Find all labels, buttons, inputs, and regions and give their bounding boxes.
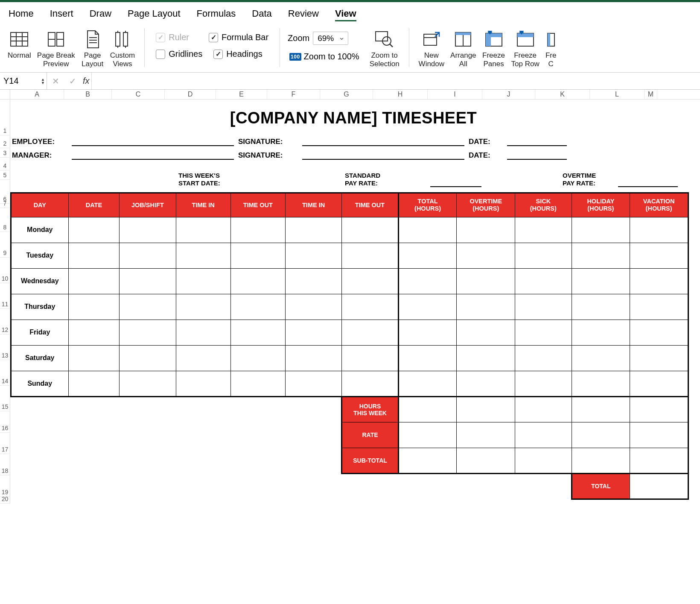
cell[interactable]: [572, 217, 630, 243]
cell[interactable]: Tuesday: [11, 243, 69, 268]
tab-draw[interactable]: Draw: [90, 7, 111, 21]
cell[interactable]: [120, 294, 176, 320]
cell[interactable]: [515, 371, 572, 396]
cell[interactable]: [630, 422, 688, 448]
row-header[interactable]: 5: [0, 170, 10, 180]
cell[interactable]: [342, 320, 398, 345]
cell[interactable]: [572, 422, 630, 448]
table-row[interactable]: Friday: [11, 320, 688, 345]
cell[interactable]: [176, 448, 230, 473]
col-header[interactable]: I: [428, 90, 482, 99]
cell[interactable]: [342, 268, 398, 294]
cell[interactable]: [515, 320, 572, 345]
cell[interactable]: [398, 448, 457, 473]
cell[interactable]: [176, 345, 230, 371]
cell[interactable]: [120, 268, 176, 294]
cell[interactable]: [176, 371, 230, 396]
cell[interactable]: [285, 422, 341, 448]
cell[interactable]: [230, 473, 285, 499]
cell[interactable]: [176, 320, 230, 345]
fx-label[interactable]: fx: [81, 76, 91, 86]
cell[interactable]: [342, 473, 398, 499]
cell[interactable]: [515, 396, 572, 422]
row-header[interactable]: 7: [0, 204, 10, 208]
row-header[interactable]: 13: [0, 334, 10, 360]
summary-label-cell[interactable]: HOURS THIS WEEK: [342, 396, 398, 422]
col-header[interactable]: B: [64, 90, 112, 99]
zoom-to-selection-button[interactable]: Zoom to Selection: [368, 27, 401, 68]
signature2-line[interactable]: [302, 150, 464, 160]
cell[interactable]: [120, 371, 176, 396]
select-all-corner[interactable]: [0, 90, 10, 99]
cell[interactable]: [11, 422, 69, 448]
cell[interactable]: [68, 217, 120, 243]
cell[interactable]: [176, 294, 230, 320]
tab-data[interactable]: Data: [252, 7, 271, 21]
cell[interactable]: [68, 396, 120, 422]
cell[interactable]: [572, 371, 630, 396]
cell[interactable]: [68, 243, 120, 268]
formula-bar-checkbox[interactable]: Formula Bar: [205, 30, 272, 45]
manager-line[interactable]: [72, 150, 234, 160]
col-header[interactable]: D: [165, 90, 216, 99]
cell[interactable]: [230, 396, 285, 422]
cell[interactable]: [230, 448, 285, 473]
cell[interactable]: [457, 422, 515, 448]
tab-formulas[interactable]: Formulas: [197, 7, 236, 21]
cell[interactable]: [457, 243, 515, 268]
cell[interactable]: [285, 371, 341, 396]
cell[interactable]: [630, 473, 688, 499]
cell[interactable]: [515, 473, 572, 499]
cell[interactable]: [285, 320, 341, 345]
cell[interactable]: [457, 217, 515, 243]
cell[interactable]: [230, 345, 285, 371]
cell[interactable]: [342, 217, 398, 243]
cell[interactable]: [68, 294, 120, 320]
cell[interactable]: [176, 243, 230, 268]
row-header[interactable]: 3: [0, 148, 10, 158]
cell[interactable]: [285, 448, 341, 473]
cell[interactable]: [342, 294, 398, 320]
tab-view[interactable]: View: [335, 7, 356, 21]
date-line[interactable]: [507, 136, 567, 146]
ot-rate-line[interactable]: [618, 178, 678, 187]
row-header[interactable]: 10: [0, 258, 10, 283]
summary-label-cell[interactable]: SUB-TOTAL: [342, 448, 398, 473]
cell[interactable]: [176, 396, 230, 422]
cell[interactable]: [398, 294, 457, 320]
cell[interactable]: [457, 396, 515, 422]
cell[interactable]: Wednesday: [11, 268, 69, 294]
cell[interactable]: [457, 448, 515, 473]
cell[interactable]: [230, 371, 285, 396]
zoom-select[interactable]: 69%: [313, 32, 348, 45]
row-header[interactable]: 19: [0, 475, 10, 497]
row-header[interactable]: 1: [0, 100, 10, 135]
row-header[interactable]: 15: [0, 386, 10, 411]
cell[interactable]: [285, 396, 341, 422]
cell[interactable]: [230, 422, 285, 448]
cell[interactable]: [176, 217, 230, 243]
cell[interactable]: [457, 294, 515, 320]
tab-page-layout[interactable]: Page Layout: [128, 7, 181, 21]
cell[interactable]: [515, 243, 572, 268]
headings-checkbox[interactable]: Headings: [210, 47, 266, 62]
freeze-first-col-button[interactable]: Fre C: [544, 27, 558, 68]
cell[interactable]: [68, 320, 120, 345]
cell[interactable]: [120, 473, 176, 499]
cell[interactable]: [11, 473, 69, 499]
cell[interactable]: [398, 217, 457, 243]
cell[interactable]: Saturday: [11, 345, 69, 371]
col-header[interactable]: F: [267, 90, 320, 99]
cell[interactable]: [342, 371, 398, 396]
cell[interactable]: [398, 345, 457, 371]
summary-row[interactable]: RATE: [11, 422, 688, 448]
cell[interactable]: [457, 320, 515, 345]
cell[interactable]: Sunday: [11, 371, 69, 396]
cell[interactable]: [285, 243, 341, 268]
row-header[interactable]: 4: [0, 158, 10, 170]
row-header[interactable]: 16: [0, 411, 10, 433]
signature-line[interactable]: [302, 136, 464, 146]
new-window-button[interactable]: New Window: [417, 27, 446, 68]
cell[interactable]: [630, 217, 688, 243]
page-layout-button[interactable]: Page Layout: [79, 27, 106, 68]
